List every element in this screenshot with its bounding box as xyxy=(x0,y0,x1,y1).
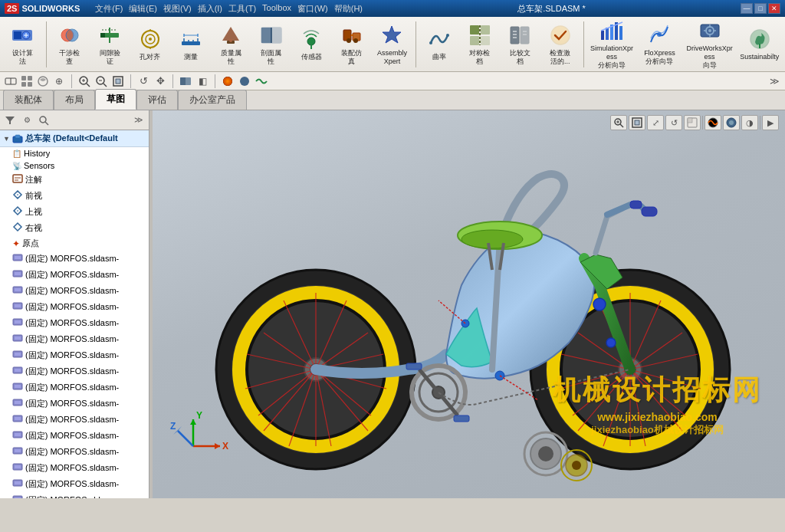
driveworks-button[interactable]: DriveWorksXpress向导 xyxy=(684,19,736,69)
zoom-out-btn[interactable] xyxy=(94,74,109,89)
view-btn-4[interactable]: ⊕ xyxy=(51,74,67,89)
svg-rect-71 xyxy=(21,82,26,87)
tree-item-annotations[interactable]: 注解 xyxy=(0,172,149,188)
tab-layout[interactable]: 布局 xyxy=(54,90,95,110)
tree-item-morfos-7[interactable]: (固定) MORFOS.sldasm- xyxy=(0,347,149,363)
tree-item-top-view[interactable]: 上视 xyxy=(0,204,149,220)
vp-zoom-btn[interactable] xyxy=(610,115,627,130)
section-view-btn[interactable]: ◧ xyxy=(195,74,210,89)
svg-rect-41 xyxy=(470,36,479,45)
svg-line-136 xyxy=(620,124,623,127)
tree-item-morfos-16[interactable]: (固定) MORFOS.sldasm- xyxy=(0,492,149,498)
zoom-in-btn[interactable] xyxy=(77,74,92,89)
mass-prop-label: 质量属性 xyxy=(221,49,241,66)
pan-btn[interactable]: ✥ xyxy=(153,74,168,89)
3d-viewport[interactable]: ⤢ ↺ ◑ ▶ xyxy=(153,110,785,498)
measure-button[interactable]: 测量 xyxy=(171,19,210,69)
sustainability-button[interactable]: Sustainabilty xyxy=(737,19,782,69)
clearance-verify-button[interactable]: 间隙验证 xyxy=(90,19,130,69)
vp-view-orient-btn[interactable] xyxy=(684,115,701,130)
menu-insert-title[interactable]: 插入(I) xyxy=(198,3,222,15)
tab-office[interactable]: 办公室产品 xyxy=(178,90,247,110)
view-btn-1[interactable] xyxy=(3,74,18,89)
check-active-button[interactable]: 检查激活的... xyxy=(540,19,580,69)
vp-section-btn[interactable]: ⤢ xyxy=(647,115,664,130)
tab-evaluate[interactable]: 评估 xyxy=(136,90,178,110)
vp-fit-btn[interactable] xyxy=(629,115,645,130)
minimize-button[interactable]: — xyxy=(741,3,753,14)
feature-tree[interactable]: ▼ 总车架 (Default<Default 📋 History 📡 Senso… xyxy=(0,130,149,498)
design-analysis-button[interactable]: 设计算法 xyxy=(3,19,42,69)
vp-shadows-btn[interactable]: ◑ xyxy=(741,115,758,130)
search-btn[interactable] xyxy=(36,113,51,128)
tree-item-origin[interactable]: ✦ 原点 xyxy=(0,236,149,251)
color-mode-2[interactable] xyxy=(237,74,252,89)
hole-align-button[interactable]: 孔对齐 xyxy=(131,19,170,69)
tree-item-morfos-8[interactable]: (固定) MORFOS.sldasm- xyxy=(0,363,149,379)
expand-panel-btn[interactable]: ≫ xyxy=(131,113,146,128)
tree-item-morfos-9[interactable]: (固定) MORFOS.sldasm- xyxy=(0,379,149,396)
tree-item-morfos-7-label: (固定) MORFOS.sldasm- xyxy=(25,350,119,361)
compare-docs-button[interactable]: 比较文档 xyxy=(501,19,540,69)
maximize-button[interactable]: □ xyxy=(754,3,767,14)
floxpress-button[interactable]: FloXpress分析向导 xyxy=(637,19,682,69)
tab-sketch[interactable]: 草图 xyxy=(95,89,136,110)
config-btn[interactable]: ⚙ xyxy=(19,113,34,128)
tree-item-morfos-3[interactable]: (固定) MORFOS.sldasm- xyxy=(0,283,149,299)
tree-item-morfos-12[interactable]: (固定) MORFOS.sldasm- xyxy=(0,428,149,444)
tree-item-morfos-14[interactable]: (固定) MORFOS.sldasm- xyxy=(0,460,149,476)
vp-appearance-btn[interactable] xyxy=(705,115,721,130)
vp-rotate-btn[interactable]: ↺ xyxy=(665,115,682,130)
tab-assembly[interactable]: 装配体 xyxy=(3,90,54,110)
tree-item-morfos-13[interactable]: (固定) MORFOS.sldasm- xyxy=(0,444,149,460)
interference-icon xyxy=(57,23,82,48)
assembly-sim-button[interactable]: 装配仿真 xyxy=(333,19,372,69)
filter-btn[interactable] xyxy=(2,113,18,128)
display-mode-btn[interactable] xyxy=(178,74,193,89)
tree-item-right-view[interactable]: 右视 xyxy=(0,220,149,236)
tree-root-item[interactable]: ▼ 总车架 (Default<Default xyxy=(0,130,149,147)
tree-item-morfos-15[interactable]: (固定) MORFOS.sldasm- xyxy=(0,476,149,492)
tree-item-morfos-2[interactable]: (固定) MORFOS.sldasm- xyxy=(0,267,149,283)
expand-btn[interactable]: ≫ xyxy=(767,74,782,89)
sensors-button[interactable]: 传感器 xyxy=(292,19,331,69)
close-button[interactable]: ✕ xyxy=(768,3,780,14)
section-prop-button[interactable]: 剖面属性 xyxy=(251,19,291,69)
tree-item-history[interactable]: 📋 History xyxy=(0,147,149,159)
tree-item-sensors-label: Sensors xyxy=(24,161,54,170)
tree-item-morfos-5[interactable]: (固定) MORFOS.sldasm- xyxy=(0,315,149,331)
assembly-xpert-button[interactable]: AssemblyXpert xyxy=(373,19,412,69)
vp-play-btn[interactable]: ▶ xyxy=(762,115,779,130)
tree-item-morfos-11[interactable]: (固定) MORFOS.sldasm- xyxy=(0,412,149,428)
menu-toolbox-title[interactable]: Toolbox xyxy=(262,3,291,15)
menu-edit-title[interactable]: 编辑(E) xyxy=(129,3,157,15)
view-btn-3[interactable] xyxy=(35,74,51,89)
rotate-btn[interactable]: ↺ xyxy=(136,74,151,89)
tree-item-morfos-1[interactable]: (固定) MORFOS.sldasm- xyxy=(0,251,149,267)
tree-item-sensors[interactable]: 📡 Sensors xyxy=(0,159,149,172)
menu-help-title[interactable]: 帮助(H) xyxy=(334,3,363,15)
color-mode-1[interactable] xyxy=(220,74,235,89)
view-btn-2[interactable] xyxy=(19,74,34,89)
interference-check-button[interactable]: 干涉检查 xyxy=(51,19,90,69)
mass-prop-button[interactable]: 质量属性 xyxy=(212,19,251,69)
menu-tools-title[interactable]: 工具(T) xyxy=(228,3,256,15)
sym-check-button[interactable]: 对称检档 xyxy=(460,19,499,69)
svg-rect-52 xyxy=(601,31,604,40)
curvature-button[interactable]: 曲率 xyxy=(420,19,459,69)
svg-rect-202 xyxy=(406,363,422,369)
main-toolbar: 设计算法 干涉检查 间隙验证 xyxy=(0,17,785,72)
svg-rect-70 xyxy=(28,76,32,80)
menu-window-title[interactable]: 窗口(W) xyxy=(297,3,328,15)
tree-item-morfos-6[interactable]: (固定) MORFOS.sldasm- xyxy=(0,331,149,347)
vp-realview-btn[interactable] xyxy=(723,115,740,130)
tree-item-morfos-4[interactable]: (固定) MORFOS.sldasm- xyxy=(0,299,149,315)
menu-view-title[interactable]: 视图(V) xyxy=(163,3,192,15)
tree-item-front-view[interactable]: 前视 xyxy=(0,188,149,204)
tree-item-morfos-10[interactable]: (固定) MORFOS.sldasm- xyxy=(0,396,149,412)
color-mode-3[interactable] xyxy=(254,74,269,89)
tree-item-front-label: 前视 xyxy=(25,190,42,202)
menu-file-title[interactable]: 文件(F) xyxy=(95,3,123,15)
simxpress-button[interactable]: SimulationXpress分析向导 xyxy=(588,19,636,69)
fit-all-btn[interactable] xyxy=(110,74,126,89)
